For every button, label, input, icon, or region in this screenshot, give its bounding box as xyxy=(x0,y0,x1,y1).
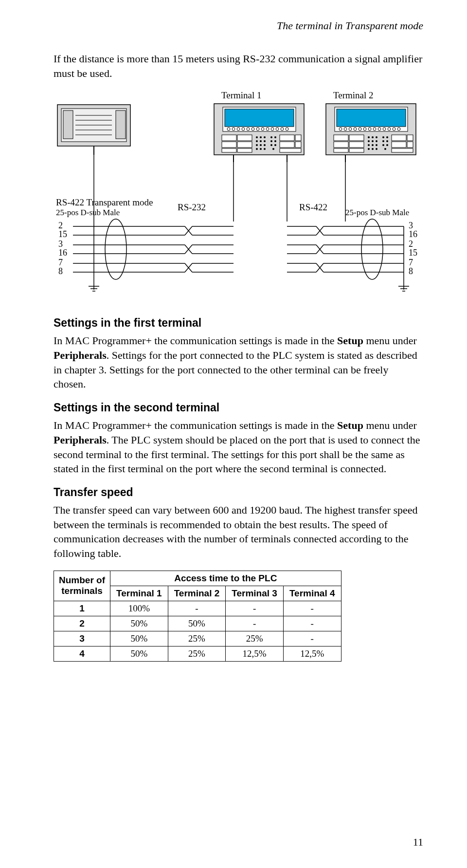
svg-point-48 xyxy=(264,148,266,150)
svg-point-70 xyxy=(383,128,386,130)
svg-point-43 xyxy=(256,144,258,146)
col-header: Terminal 4 xyxy=(283,586,341,601)
svg-point-64 xyxy=(354,128,357,130)
row-num: 3 xyxy=(54,631,110,646)
col-header: Terminal 2 xyxy=(168,586,226,601)
svg-point-50 xyxy=(274,136,276,138)
cell: 25% xyxy=(168,631,226,646)
section1-title: Settings in the first terminal xyxy=(54,316,423,330)
svg-point-51 xyxy=(270,140,272,142)
running-title: The terminal in Transparent mode xyxy=(54,19,423,32)
svg-point-92 xyxy=(372,144,374,146)
svg-point-20 xyxy=(261,128,264,130)
svg-rect-78 xyxy=(334,148,348,152)
svg-point-97 xyxy=(382,136,384,138)
svg-point-19 xyxy=(256,128,259,130)
svg-rect-31 xyxy=(237,148,252,152)
svg-rect-27 xyxy=(237,135,252,141)
svg-point-95 xyxy=(372,148,374,150)
svg-point-66 xyxy=(363,128,366,130)
cell: - xyxy=(226,616,284,631)
pin-label: 8 xyxy=(409,266,413,277)
pin-label: 15 xyxy=(58,229,67,240)
svg-rect-26 xyxy=(222,135,236,141)
svg-rect-81 xyxy=(407,135,413,141)
pin-label: 8 xyxy=(58,266,63,277)
svg-point-52 xyxy=(274,140,276,142)
svg-point-68 xyxy=(373,128,376,130)
svg-point-23 xyxy=(276,128,279,130)
svg-point-45 xyxy=(264,144,266,146)
svg-rect-83 xyxy=(407,142,413,148)
row-header-bot: terminals xyxy=(61,586,102,596)
super-header: Access time to the PLC xyxy=(110,571,341,586)
terminal1-device-icon xyxy=(214,104,304,162)
svg-rect-74 xyxy=(334,135,348,141)
svg-point-15 xyxy=(237,128,240,130)
svg-rect-29 xyxy=(237,142,252,148)
rs232-label: RS-232 xyxy=(178,202,206,213)
text-fragment: . The PLC system should be placed on the… xyxy=(54,434,420,475)
svg-point-42 xyxy=(264,140,266,142)
cell: 12,5% xyxy=(226,646,284,661)
svg-point-96 xyxy=(376,148,377,150)
cell: - xyxy=(283,631,341,646)
rs422-mode-label: RS-422 Transparent mode xyxy=(56,197,153,208)
svg-point-38 xyxy=(260,136,262,138)
plc-device-icon xyxy=(57,105,130,155)
cell: - xyxy=(226,601,284,616)
text-fragment: . Settings for the port connected to the… xyxy=(54,349,417,390)
svg-point-94 xyxy=(368,148,370,150)
terminal2-device-icon xyxy=(326,104,416,162)
svg-rect-33 xyxy=(295,135,301,141)
svg-point-87 xyxy=(376,136,377,138)
svg-point-41 xyxy=(260,140,262,142)
text-fragment: Peripherals xyxy=(54,349,107,361)
section1-body: In MAC Programmer+ the communication set… xyxy=(54,333,423,391)
svg-rect-79 xyxy=(349,148,364,152)
svg-point-40 xyxy=(256,140,258,142)
svg-point-16 xyxy=(242,128,245,130)
svg-rect-28 xyxy=(222,142,236,148)
row-num: 1 xyxy=(54,601,110,616)
text-fragment: menu under xyxy=(363,419,417,431)
svg-point-86 xyxy=(372,136,374,138)
cell: 50% xyxy=(110,646,168,661)
svg-point-14 xyxy=(232,128,235,130)
svg-point-88 xyxy=(368,140,370,142)
table-row: 2 50% 50% - - xyxy=(54,616,341,631)
svg-point-54 xyxy=(274,144,276,146)
right-connector-label: 25-pos D-sub Male xyxy=(345,208,409,218)
svg-point-53 xyxy=(270,144,272,146)
svg-point-100 xyxy=(386,140,388,142)
svg-point-17 xyxy=(247,128,250,130)
svg-point-62 xyxy=(344,128,347,130)
cell: 25% xyxy=(226,631,284,646)
svg-point-39 xyxy=(264,136,266,138)
svg-point-103 xyxy=(384,148,386,150)
svg-rect-12 xyxy=(225,109,294,127)
rs422-label: RS-422 xyxy=(299,202,327,213)
svg-rect-76 xyxy=(334,142,348,148)
left-connector-label: 25-pos D-sub Male xyxy=(56,208,120,218)
svg-point-85 xyxy=(368,136,370,138)
svg-rect-75 xyxy=(349,135,364,141)
row-num: 2 xyxy=(54,616,110,631)
terminal2-label: Terminal 2 xyxy=(333,90,374,101)
svg-rect-32 xyxy=(280,135,294,141)
svg-rect-60 xyxy=(337,109,406,127)
svg-point-67 xyxy=(368,128,371,130)
svg-rect-3 xyxy=(116,111,126,139)
svg-point-71 xyxy=(388,128,391,130)
text-fragment: menu under xyxy=(363,334,417,347)
pin-label: 15 xyxy=(409,248,417,258)
svg-point-63 xyxy=(349,128,352,130)
svg-point-65 xyxy=(359,128,361,130)
svg-point-46 xyxy=(256,148,258,150)
cell: 25% xyxy=(168,646,226,661)
svg-point-25 xyxy=(286,128,288,130)
svg-point-139 xyxy=(361,219,383,279)
svg-rect-82 xyxy=(392,142,406,148)
svg-point-91 xyxy=(368,144,370,146)
text-fragment: In MAC Programmer+ the communication set… xyxy=(54,419,337,431)
